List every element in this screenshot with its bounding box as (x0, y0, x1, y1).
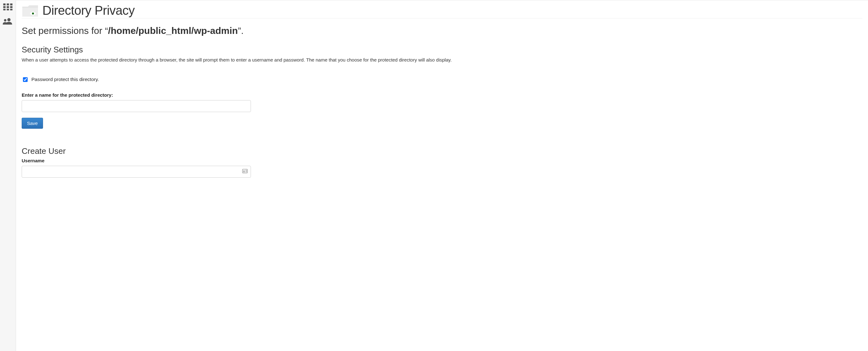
svg-point-13 (33, 13, 33, 13)
permissions-heading: Set permissions for “/home/public_html/w… (22, 25, 862, 36)
svg-rect-2 (10, 3, 12, 5)
users-icon[interactable] (2, 17, 13, 26)
username-wrap (22, 166, 251, 178)
security-settings-heading: Security Settings (22, 45, 862, 55)
username-label: Username (22, 158, 862, 163)
permissions-suffix: ”. (238, 25, 243, 36)
save-button[interactable]: Save (22, 118, 43, 129)
svg-point-9 (7, 18, 10, 21)
svg-rect-4 (7, 6, 9, 8)
directory-name-label: Enter a name for the protected directory… (22, 92, 862, 98)
spacer (22, 129, 862, 146)
page-title: Directory Privacy (42, 3, 135, 18)
grid-icon[interactable] (2, 2, 13, 11)
left-sidebar (0, 0, 16, 351)
security-settings-description: When a user attempts to access the prote… (22, 57, 862, 64)
main-content: Directory Privacy Set permissions for “/… (16, 0, 868, 351)
page-header: Directory Privacy (22, 3, 862, 19)
svg-rect-6 (3, 9, 5, 10)
folder-eye-icon (22, 4, 39, 17)
username-input[interactable] (22, 166, 251, 178)
svg-rect-3 (3, 6, 5, 8)
app-root: Directory Privacy Set permissions for “/… (0, 0, 868, 351)
svg-rect-8 (10, 9, 12, 10)
svg-rect-7 (7, 9, 9, 10)
password-protect-label[interactable]: Password protect this directory. (31, 76, 99, 82)
directory-name-input[interactable] (22, 100, 251, 112)
svg-rect-5 (10, 6, 12, 8)
directory-name-wrap (22, 100, 251, 112)
svg-rect-1 (7, 3, 9, 5)
password-protect-checkbox[interactable] (23, 77, 28, 82)
svg-point-10 (4, 19, 7, 22)
svg-rect-0 (3, 3, 5, 5)
create-user-heading: Create User (22, 146, 862, 156)
password-protect-row: Password protect this directory. (22, 76, 862, 83)
permissions-path: /home/public_html/wp-admin (108, 25, 238, 36)
permissions-prefix: Set permissions for “ (22, 25, 108, 36)
